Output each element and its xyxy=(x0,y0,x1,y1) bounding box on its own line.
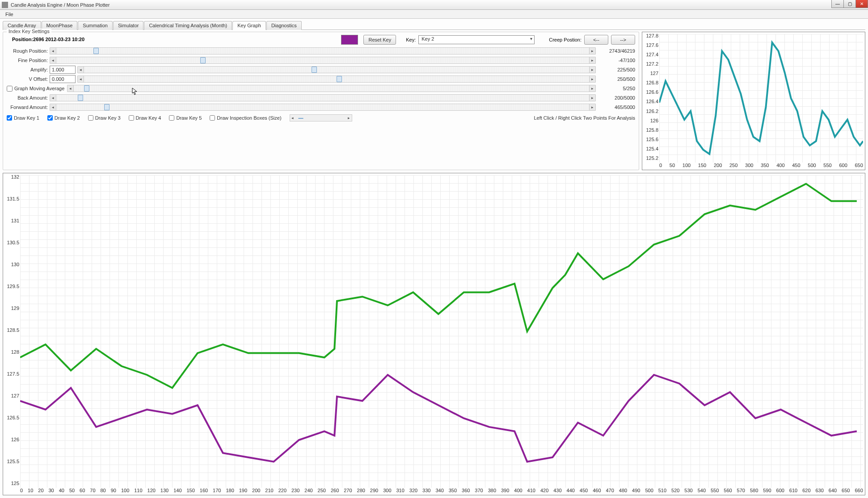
slider-right-arrow-icon[interactable]: ▸ xyxy=(589,104,595,110)
slider-left-arrow-icon[interactable]: ◂ xyxy=(290,116,295,120)
slider-left-arrow-icon[interactable]: ◂ xyxy=(50,48,56,54)
back-slider[interactable]: ◂ ▸ xyxy=(50,94,596,101)
key-label: Key: xyxy=(406,37,416,42)
amplify-readout: 225/500 xyxy=(596,67,635,72)
rough-readout: 2743/46219 xyxy=(596,48,635,54)
preview-x-axis: 050100150200250300350400450500550600650 xyxy=(659,163,863,170)
slider-left-arrow-icon[interactable]: ◂ xyxy=(78,67,84,73)
tab-key-graph[interactable]: Key Graph xyxy=(232,21,266,30)
window-controls: — ▢ ✕ xyxy=(832,0,868,8)
back-readout: 200/5000 xyxy=(596,95,635,100)
reset-key-button[interactable]: Reset Key xyxy=(363,35,396,45)
amplify-input[interactable] xyxy=(50,66,76,74)
menu-file[interactable]: File xyxy=(3,11,16,18)
app-icon xyxy=(2,2,8,8)
draw-key-5-checkbox[interactable] xyxy=(169,115,174,121)
gma-checkbox[interactable] xyxy=(7,86,13,92)
tab-diagnostics[interactable]: Diagnostics xyxy=(266,21,302,30)
slider-left-arrow-icon[interactable]: ◂ xyxy=(67,85,74,92)
forward-label: Forward Amount: xyxy=(7,105,50,110)
tab-summation[interactable]: Summation xyxy=(78,21,113,30)
fine-readout: -47/100 xyxy=(596,58,635,63)
creep-right-button[interactable]: --> xyxy=(611,35,635,45)
main-x-axis: 0102030405060708090100110120130140150160… xyxy=(20,488,863,495)
rough-label: Rough Position: xyxy=(7,48,50,54)
key-dropdown[interactable]: Key 2 xyxy=(418,35,535,44)
voffset-label: V Offset: xyxy=(7,76,50,82)
fine-slider[interactable]: ◂ ▸ xyxy=(50,57,596,64)
draw-key-2-checkbox[interactable] xyxy=(47,115,53,121)
main-chart[interactable]: 132131.5131130.5130129.5129128.5128127.5… xyxy=(3,173,865,495)
slider-right-arrow-icon[interactable]: ▸ xyxy=(589,85,595,92)
draw-key-5-label: Draw Key 5 xyxy=(176,115,202,121)
voffset-input[interactable] xyxy=(50,75,76,83)
slider-right-arrow-icon[interactable]: ▸ xyxy=(346,116,352,120)
key-color-swatch[interactable] xyxy=(341,35,358,45)
slider-left-arrow-icon[interactable]: ◂ xyxy=(50,57,56,63)
forward-readout: 465/5000 xyxy=(596,105,635,110)
draw-key-1-checkbox[interactable] xyxy=(7,115,12,121)
slider-right-arrow-icon[interactable]: ▸ xyxy=(589,95,595,101)
preview-y-axis: 127.8127.6127.4127.2127126.8126.6126.412… xyxy=(642,32,659,162)
slider-right-arrow-icon[interactable]: ▸ xyxy=(589,76,595,82)
slider-right-arrow-icon[interactable]: ▸ xyxy=(589,48,595,54)
gma-label: Graph Moving Average xyxy=(14,86,64,91)
draw-key-4-label: Draw Key 4 xyxy=(136,115,161,121)
close-button[interactable]: ✕ xyxy=(855,0,868,8)
slider-left-arrow-icon[interactable]: ◂ xyxy=(50,95,56,101)
amplify-label: Amplify: xyxy=(7,67,50,72)
slider-left-arrow-icon[interactable]: ◂ xyxy=(50,104,56,110)
preview-chart[interactable]: 127.8127.6127.4127.2127126.8126.6126.412… xyxy=(642,32,865,170)
slider-right-arrow-icon[interactable]: ▸ xyxy=(589,67,595,73)
window-title: Candle Analysis Engine / Moon Phase Plot… xyxy=(11,2,866,8)
amplify-slider[interactable]: ◂ ▸ xyxy=(77,66,596,73)
draw-key-3-checkbox[interactable] xyxy=(88,115,93,121)
slider-right-arrow-icon[interactable]: ▸ xyxy=(589,57,595,63)
key-dropdown-value: Key 2 xyxy=(421,36,434,42)
fine-label: Fine Position: xyxy=(7,58,50,63)
gma-readout: 5/250 xyxy=(596,86,635,91)
main-y-axis: 132131.5131130.5130129.5129128.5128127.5… xyxy=(3,173,20,487)
voffset-slider[interactable]: ◂ ▸ xyxy=(77,75,596,83)
draw-inspection-label: Draw Inspection Boxes (Size) xyxy=(217,115,281,121)
position-readout: Position:2696 2012-03-23 10:20 xyxy=(7,34,84,46)
creep-left-button[interactable]: <-- xyxy=(584,35,608,45)
voffset-readout: 250/500 xyxy=(596,76,635,82)
settings-panel: Index Key Settings Position:2696 2012-03… xyxy=(3,32,639,170)
back-label: Back Amount: xyxy=(7,95,50,100)
draw-key-1-label: Draw Key 1 xyxy=(14,115,39,121)
creep-label: Creep Postion: xyxy=(549,37,581,42)
draw-key-4-checkbox[interactable] xyxy=(129,115,134,121)
draw-inspection-checkbox[interactable] xyxy=(210,115,215,121)
slider-left-arrow-icon[interactable]: ◂ xyxy=(78,76,84,82)
rough-slider[interactable]: ◂ ▸ xyxy=(50,47,596,54)
inspection-size-slider[interactable]: ◂ ▸ xyxy=(290,114,352,121)
titlebar: Candle Analysis Engine / Moon Phase Plot… xyxy=(0,0,868,10)
draw-key-2-label: Draw Key 2 xyxy=(55,115,80,121)
menubar: File xyxy=(0,10,868,19)
tabstrip: Candle Array MoonPhase Summation Simulat… xyxy=(3,21,865,30)
tab-simulator[interactable]: Simulator xyxy=(113,21,143,30)
tab-calendrical[interactable]: Calendrical Timing Analysis (Month) xyxy=(144,21,232,30)
maximize-button[interactable]: ▢ xyxy=(843,0,856,8)
panel-title: Index Key Settings xyxy=(7,29,51,34)
minimize-button[interactable]: — xyxy=(831,0,844,8)
analysis-hint: Left Click / Right Click Two Points For … xyxy=(360,115,635,121)
draw-key-3-label: Draw Key 3 xyxy=(95,115,121,121)
forward-slider[interactable]: ◂ ▸ xyxy=(50,104,596,111)
gma-slider[interactable]: ◂ ▸ xyxy=(67,85,596,92)
